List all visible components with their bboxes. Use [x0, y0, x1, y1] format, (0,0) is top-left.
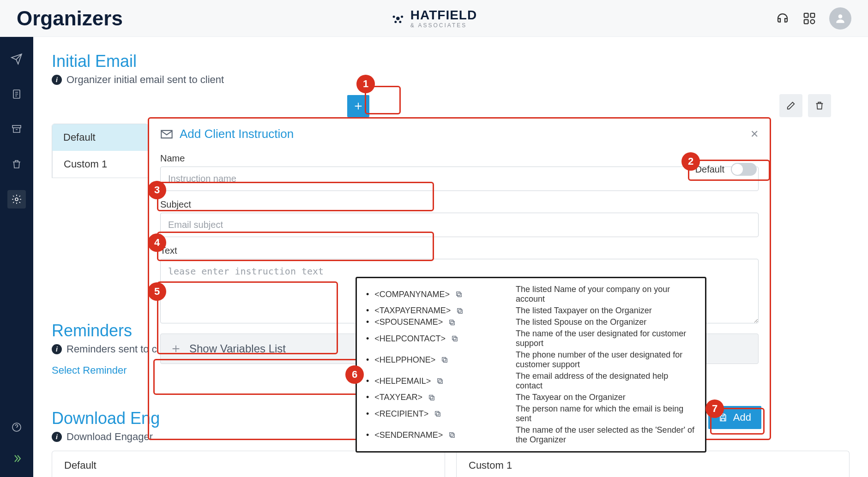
- variable-token: <TAXYEAR>: [366, 393, 505, 402]
- svg-point-2: [401, 15, 403, 18]
- instruction-name-input[interactable]: [160, 167, 759, 191]
- variable-description: The listed Name of your company on your …: [516, 285, 696, 304]
- sidebar-help-icon[interactable]: [7, 418, 26, 436]
- edit-template-button[interactable]: [779, 94, 802, 117]
- headset-icon[interactable]: [776, 12, 790, 25]
- download-tabs: Default Custom 1: [52, 451, 850, 477]
- user-avatar[interactable]: [829, 7, 851, 30]
- svg-point-9: [838, 14, 843, 18]
- sidebar-send-icon[interactable]: [7, 50, 26, 68]
- delete-template-button[interactable]: [808, 94, 831, 117]
- svg-rect-5: [804, 13, 808, 17]
- info-icon: i: [52, 432, 62, 442]
- sidebar-trash-icon[interactable]: [7, 155, 26, 173]
- template-tabs: Default Custom 1: [52, 124, 149, 178]
- info-icon: i: [52, 75, 62, 85]
- svg-rect-15: [457, 292, 460, 296]
- copy-icon[interactable]: [451, 335, 458, 342]
- sidebar-settings-icon[interactable]: [7, 190, 26, 209]
- copy-icon[interactable]: [448, 431, 456, 439]
- variable-description: The name of the user designated for cust…: [516, 329, 696, 348]
- variable-row: <TAXPAYERNAME>The listed Taxpayer on the…: [366, 305, 696, 316]
- name-field-label: Name: [160, 153, 759, 164]
- default-toggle-label: Default: [695, 164, 724, 175]
- svg-point-4: [399, 21, 401, 23]
- variable-token: <TAXPAYERNAME>: [366, 306, 505, 316]
- envelope-icon: [160, 128, 173, 141]
- email-subject-input[interactable]: [160, 213, 759, 237]
- svg-point-0: [396, 17, 400, 20]
- svg-rect-31: [450, 433, 453, 436]
- info-icon: i: [52, 344, 62, 354]
- svg-rect-27: [429, 395, 433, 399]
- variable-description: The phone number of the user designated …: [516, 350, 696, 370]
- sidebar-archive-icon[interactable]: [7, 120, 26, 138]
- variable-row: <SENDERNAME>The name of the user selecte…: [366, 424, 696, 446]
- svg-rect-25: [438, 379, 441, 382]
- default-toggle-row: Default: [695, 163, 757, 176]
- download-tab-default[interactable]: Default: [52, 451, 445, 477]
- svg-rect-18: [451, 321, 455, 325]
- default-toggle[interactable]: [731, 163, 757, 176]
- copy-icon[interactable]: [428, 394, 435, 401]
- initial-email-title: Initial Email: [52, 52, 850, 71]
- subject-field-label: Subject: [160, 199, 759, 210]
- svg-rect-22: [444, 358, 447, 362]
- variable-token: <HELPPHONE>: [366, 350, 505, 370]
- variable-row: <HELPPHONE>The phone number of the user …: [366, 349, 696, 370]
- svg-rect-26: [430, 396, 434, 400]
- svg-rect-28: [437, 412, 440, 416]
- svg-point-3: [394, 21, 397, 23]
- download-tab-custom-1[interactable]: Custom 1: [456, 451, 850, 477]
- apps-grid-icon[interactable]: [802, 12, 816, 25]
- variable-token: <HELPEMAIL>: [366, 371, 505, 391]
- sidebar: [0, 37, 33, 477]
- add-template-button[interactable]: [347, 95, 369, 117]
- select-reminder-link[interactable]: Select Reminder: [52, 364, 127, 376]
- svg-rect-16: [459, 310, 463, 313]
- plus-icon: [171, 344, 181, 354]
- copy-icon[interactable]: [456, 307, 464, 315]
- svg-point-1: [393, 15, 395, 18]
- topbar: Organizers HATFIELD & ASSOCIATES: [0, 0, 868, 37]
- variable-token: <COMPANYNAME>: [366, 285, 505, 304]
- variable-description: The Taxyear on the Organizer: [516, 393, 626, 402]
- add-button[interactable]: Add: [708, 406, 761, 429]
- svg-rect-23: [442, 358, 446, 361]
- variables-popup: <COMPANYNAME>The listed Name of your com…: [356, 277, 706, 453]
- text-field-label: Text: [160, 245, 759, 256]
- svg-rect-29: [435, 411, 439, 415]
- sidebar-document-icon[interactable]: [7, 85, 26, 103]
- variable-row: <RECIPIENT>The person name for which the…: [366, 403, 696, 424]
- copy-icon[interactable]: [441, 356, 448, 364]
- tab-custom-1[interactable]: Custom 1: [52, 151, 148, 178]
- variable-token: <HELPCONTACT>: [366, 329, 505, 348]
- copy-icon[interactable]: [434, 410, 441, 417]
- svg-rect-11: [12, 125, 21, 128]
- sidebar-expand-icon[interactable]: [7, 449, 26, 468]
- svg-rect-6: [811, 13, 815, 17]
- initial-email-subtitle: i Organizer initial email sent to client: [52, 74, 850, 86]
- variable-row: <HELPCONTACT>The name of the user design…: [366, 328, 696, 349]
- variable-row: <SPOUSENAME>The listed Spouse on the Org…: [366, 316, 696, 328]
- brand-glyph-icon: [391, 12, 405, 25]
- svg-rect-14: [458, 293, 461, 297]
- brand-logo: HATFIELD & ASSOCIATES: [391, 9, 477, 28]
- variable-description: The listed Taxpayer on the Organizer: [516, 306, 652, 316]
- svg-rect-19: [450, 320, 453, 323]
- variable-description: The listed Spouse on the Organizer: [516, 317, 646, 327]
- svg-rect-21: [452, 336, 456, 340]
- copy-icon[interactable]: [448, 319, 456, 326]
- brand-subtitle: & ASSOCIATES: [410, 23, 477, 28]
- svg-point-8: [811, 19, 815, 24]
- copy-icon[interactable]: [455, 291, 463, 298]
- tab-default[interactable]: Default: [52, 124, 148, 151]
- variable-token: <RECIPIENT>: [366, 404, 505, 423]
- copy-icon[interactable]: [436, 377, 444, 385]
- variable-row: <COMPANYNAME>The listed Name of your com…: [366, 284, 696, 305]
- variable-token: <SPOUSENAME>: [366, 317, 505, 327]
- variable-token: <SENDERNAME>: [366, 425, 505, 445]
- svg-rect-24: [439, 380, 443, 383]
- modal-close-icon[interactable]: ✕: [750, 128, 759, 140]
- save-icon: [718, 413, 728, 422]
